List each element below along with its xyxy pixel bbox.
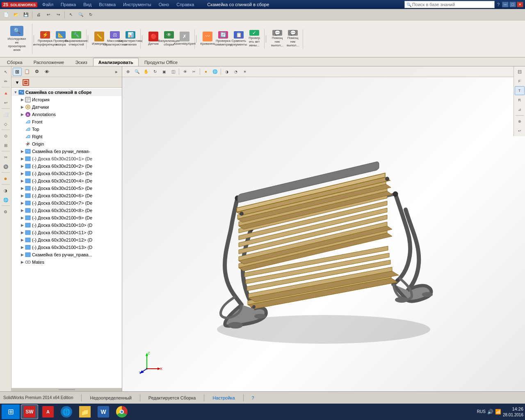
menu-insert[interactable]: Вставка (96, 2, 118, 7)
render-button[interactable]: ◑ (1, 186, 11, 195)
board3-expand[interactable]: ▶ (20, 171, 25, 176)
tree-item-sensors[interactable]: ▶ Датчики (11, 103, 122, 111)
extrude-button[interactable]: 🔺 (1, 89, 11, 98)
start-button[interactable]: ⊞ (2, 404, 20, 419)
board4-expand[interactable]: ▶ (20, 178, 25, 183)
tree-item-front[interactable]: ▶ Front (11, 118, 122, 126)
board2-expand[interactable]: ▶ (20, 164, 25, 169)
search-bar[interactable]: 🔍 (404, 1, 495, 8)
rotate-button[interactable]: ↻ (86, 10, 95, 19)
menu-edit[interactable]: Правка (58, 2, 78, 7)
alignment-button[interactable]: 🔧 Выравнивание отверстий (69, 30, 84, 48)
panel-resize-handle[interactable] (11, 388, 122, 391)
shadows-btn[interactable]: ◔ (232, 68, 240, 76)
tab-sborka[interactable]: Сборка (2, 58, 28, 66)
view-orientations-button[interactable]: ⊟ (515, 67, 525, 76)
expand-panel-button[interactable]: » (112, 68, 121, 76)
section-button[interactable]: 📊 Характеристики сечения (123, 30, 138, 48)
tree-item-board-3[interactable]: ▶ (-) Доска 60x30x2100<3> (De (11, 170, 122, 177)
menu-help[interactable]: Справка (174, 2, 196, 7)
zoom-fit-button[interactable]: ⊕ (124, 68, 132, 76)
tree-item-history[interactable]: ▶ История (11, 96, 122, 103)
pattern-button[interactable]: ⊞ (1, 141, 11, 150)
search-input[interactable] (412, 2, 493, 7)
tab-eskiz[interactable]: Эскиз (70, 58, 92, 66)
tree-item-board-12[interactable]: ▶ (-) Доска 60x30x2100<12> (D (11, 236, 122, 244)
scene-button[interactable]: 🌐 (1, 195, 11, 204)
tab-analizirovat[interactable]: Анализировать (93, 58, 139, 66)
tree-item-mates[interactable]: ▶ Mates (11, 258, 122, 266)
feature-tree-tab[interactable]: ⊞ (13, 68, 22, 76)
print-button[interactable]: 🖨 (34, 10, 43, 19)
board9-expand[interactable]: ▶ (20, 215, 25, 220)
open-button[interactable]: 📂 (11, 10, 21, 19)
board12-expand[interactable]: ▶ (20, 237, 25, 242)
board13-expand[interactable]: ▶ (20, 245, 25, 250)
help-button-status[interactable]: ? (252, 395, 254, 400)
tree-item-board-10[interactable]: ▶ (-) Доска 60x30x2100<10> (D (11, 221, 122, 229)
display-button[interactable]: 🔘 (1, 162, 11, 171)
taskbar-word[interactable]: W (95, 404, 112, 419)
ambient-btn[interactable]: ☀ (241, 68, 249, 76)
tree-item-board-11[interactable]: ▶ (-) Доска 60x30x2100<11> (D (11, 229, 122, 236)
helper1-button[interactable]: 💬 Помощ ник выпол... (270, 30, 285, 48)
tree-item-board-9[interactable]: ▶ (-) Доска 60x30x2100<9> (De (11, 214, 122, 221)
assemblyxpert-button[interactable]: ✗ AssemblyXpert (177, 30, 192, 48)
sensors-expand[interactable]: ▶ (20, 105, 25, 110)
tab-office[interactable]: Продукты Office (139, 58, 183, 66)
board10-expand[interactable]: ▶ (20, 223, 25, 228)
fillet-button[interactable]: ⬜ (1, 110, 11, 119)
annotations-expand[interactable]: ▶ (20, 112, 25, 117)
taskbar-solidworks[interactable]: SW (21, 404, 38, 419)
undo-button[interactable]: ↩ (44, 10, 53, 19)
tree-item-bench-right[interactable]: ▶ Скамейка без ручки_права... (11, 251, 122, 258)
display-manager-tab[interactable]: 👁 (42, 68, 51, 76)
board5-expand[interactable]: ▶ (20, 186, 25, 191)
settings-label[interactable]: Настройка (212, 395, 235, 400)
curvature-button[interactable]: 〰 Кривизна (200, 30, 215, 48)
menu-window[interactable]: Окно (156, 2, 172, 7)
taskbar-explorer[interactable]: 📁 (76, 404, 94, 419)
tree-root[interactable]: ▼ Скамейка со спинкой в сборе (11, 89, 122, 96)
zoom-in-button[interactable]: 🔍 (133, 68, 141, 76)
tree-item-board-4[interactable]: ▶ (-) Доска 60x30x2100<4> (De (11, 177, 122, 185)
save-button[interactable]: 💾 (21, 10, 30, 19)
board11-expand[interactable]: ▶ (20, 230, 25, 235)
section-view-button[interactable]: ✂ (1, 153, 11, 162)
display-style-button[interactable]: ◫ (169, 68, 177, 76)
board1-expand[interactable]: ▶ (20, 156, 25, 161)
tree-item-board-13[interactable]: ▶ (-) Доска 60x30x2100<13> (D (11, 244, 122, 251)
tray-network[interactable]: 📶 (495, 409, 501, 415)
front-view-button[interactable]: F (515, 77, 525, 86)
scene-btn-vp[interactable]: 🌐 (211, 68, 219, 76)
top-view-button[interactable]: T (515, 86, 525, 95)
history-expand[interactable]: ▶ (20, 97, 25, 102)
property-tab[interactable]: 📋 (23, 68, 32, 76)
tree-item-right[interactable]: ▶ Right (11, 133, 122, 140)
section-view-btn[interactable]: ✂ (190, 68, 198, 76)
board8-expand[interactable]: ▶ (20, 208, 25, 213)
tree-item-origin[interactable]: ▶ Origin (11, 140, 122, 148)
isometric-view-button[interactable]: ⊿ (515, 105, 525, 114)
standard-views-button[interactable]: ▣ (160, 68, 168, 76)
config-tab[interactable]: ⚙ (32, 68, 41, 76)
realview-btn[interactable]: ◑ (223, 68, 231, 76)
pan-button[interactable]: ✋ (142, 68, 150, 76)
close-button[interactable]: ✕ (517, 2, 523, 7)
maximize-button[interactable]: □ (509, 2, 516, 7)
tree-item-board-7[interactable]: ▶ (-) Доска 60x30x2100<7> (De (11, 199, 122, 207)
appearance-button[interactable]: ● (1, 174, 11, 183)
design-study-button[interactable]: 🔍 Исследование проектирования (6, 25, 27, 53)
new-button[interactable]: 📄 (2, 10, 11, 19)
symmetry-button[interactable]: 🔄 Проверка симметрии (216, 30, 231, 48)
tree-item-top[interactable]: ▶ Top (11, 126, 122, 133)
appearance-btn-vp[interactable]: ● (202, 68, 210, 76)
tree-item-annotations[interactable]: ▶ A Annotations (11, 111, 122, 118)
helper2-button[interactable]: 💬 Помощ ник выпол... (285, 30, 300, 48)
compare-button[interactable]: 📋 Сравнить документы (231, 30, 246, 48)
minimize-button[interactable]: ─ (502, 2, 509, 7)
tab-raspolozhenie[interactable]: Расположение (28, 58, 70, 66)
filter-button[interactable]: ▼ (13, 78, 22, 87)
menu-file[interactable]: Файл (40, 2, 56, 7)
main-viewport[interactable]: ⊕ 🔍 ✋ ↻ ▣ ◫ 👁 ✂ ● 🌐 ◑ ◔ ☀ (122, 66, 525, 391)
